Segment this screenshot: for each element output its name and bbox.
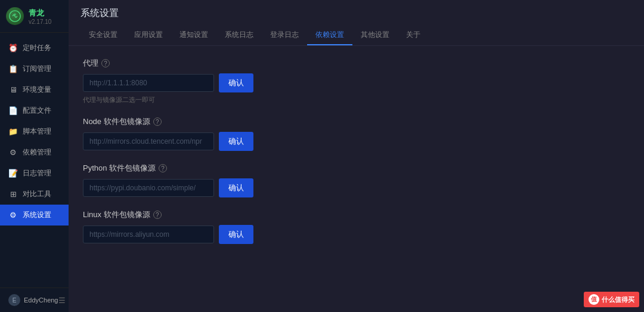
node-mirror-input[interactable]	[83, 132, 214, 150]
node-mirror-confirm-button[interactable]: 确认	[219, 132, 253, 151]
tab-syslog[interactable]: 系统日志	[216, 26, 262, 45]
python-mirror-input-row: 确认	[83, 178, 630, 197]
python-mirror-section: Python 软件包镜像源 ? 确认	[83, 163, 630, 197]
app-name: 青龙	[29, 8, 51, 18]
app-logo	[6, 7, 24, 25]
watermark-circle: 值	[589, 294, 599, 305]
sidebar-menu-icon[interactable]: ☰	[58, 296, 66, 305]
proxy-info-icon[interactable]: ?	[101, 59, 110, 67]
node-mirror-input-row: 确认	[83, 132, 630, 151]
watermark: 值 什么值得买	[584, 292, 639, 307]
sidebar-label-subscriptions: 订阅管理	[23, 64, 51, 74]
sidebar-footer: E EddyCheng ☰	[0, 288, 69, 312]
sidebar-label-logs: 日志管理	[23, 168, 51, 178]
sidebar-item-env[interactable]: 🖥 环境变量	[0, 79, 69, 100]
sidebar-label-diff: 对比工具	[23, 189, 51, 199]
linux-mirror-info-icon[interactable]: ?	[153, 211, 162, 219]
app-version: v2.17.10	[29, 18, 51, 25]
main-content: 系统设置 安全设置应用设置通知设置系统日志登录日志依赖设置其他设置关于 代理 ?…	[69, 0, 644, 312]
sidebar-icon-deps: ⚙	[8, 148, 18, 157]
page-header: 系统设置 安全设置应用设置通知设置系统日志登录日志依赖设置其他设置关于	[69, 0, 644, 46]
proxy-input-row: 确认	[83, 73, 630, 92]
sidebar-icon-logs: 📝	[8, 169, 18, 178]
tab-deps[interactable]: 依赖设置	[307, 26, 352, 45]
watermark-text: 什么值得买	[602, 295, 634, 304]
sidebar-icon-scripts: 📁	[8, 127, 18, 137]
sidebar-icon-subscriptions: 📋	[8, 64, 18, 74]
tab-notify[interactable]: 通知设置	[171, 26, 216, 45]
linux-mirror-confirm-button[interactable]: 确认	[219, 225, 253, 244]
proxy-input[interactable]	[83, 74, 214, 92]
linux-mirror-input[interactable]	[83, 225, 214, 243]
proxy-label: 代理 ?	[83, 58, 630, 69]
proxy-section: 代理 ? 确认 代理与镜像源二选一即可	[83, 58, 630, 104]
sidebar-label-env: 环境变量	[23, 85, 51, 95]
avatar: E	[8, 294, 20, 306]
sidebar-icon-settings: ⚙	[8, 211, 18, 220]
sidebar-icon-scheduled: ⏰	[8, 44, 18, 53]
svg-point-1	[14, 13, 16, 16]
python-mirror-label: Python 软件包镜像源 ?	[83, 163, 630, 174]
tab-app[interactable]: 应用设置	[126, 26, 171, 45]
sidebar-title-block: 青龙 v2.17.10	[29, 8, 51, 25]
linux-mirror-input-row: 确认	[83, 225, 630, 244]
sidebar-item-config[interactable]: 📄 配置文件	[0, 100, 69, 121]
python-mirror-input[interactable]	[83, 179, 214, 197]
sidebar-icon-diff: ⊞	[8, 190, 18, 199]
sidebar-item-logs[interactable]: 📝 日志管理	[0, 163, 69, 184]
python-mirror-info-icon[interactable]: ?	[159, 164, 167, 172]
sidebar-item-scripts[interactable]: 📁 脚本管理	[0, 121, 69, 142]
tab-about[interactable]: 关于	[398, 26, 429, 45]
sidebar-item-settings[interactable]: ⚙ 系统设置	[0, 205, 69, 225]
content-area: 代理 ? 确认 代理与镜像源二选一即可 Node 软件包镜像源 ? 确认 Pyt	[69, 46, 644, 312]
tab-security[interactable]: 安全设置	[80, 26, 126, 45]
username: EddyCheng	[24, 296, 58, 304]
sidebar-user[interactable]: E EddyCheng	[8, 294, 58, 306]
sidebar-label-config: 配置文件	[23, 106, 51, 116]
linux-mirror-section: Linux 软件包镜像源 ? 确认	[83, 209, 630, 244]
sidebar-icon-config: 📄	[8, 106, 18, 116]
tab-bar: 安全设置应用设置通知设置系统日志登录日志依赖设置其他设置关于	[80, 26, 632, 45]
sidebar-header: 青龙 v2.17.10	[0, 0, 69, 33]
sidebar-label-scheduled: 定时任务	[23, 43, 51, 53]
linux-mirror-label: Linux 软件包镜像源 ?	[83, 209, 630, 220]
python-mirror-confirm-button[interactable]: 确认	[219, 178, 253, 197]
sidebar-label-scripts: 脚本管理	[23, 126, 51, 137]
node-mirror-info-icon[interactable]: ?	[153, 118, 162, 126]
sidebar-item-deps[interactable]: ⚙ 依赖管理	[0, 142, 69, 163]
page-title: 系统设置	[80, 7, 632, 20]
sidebar-item-subscriptions[interactable]: 📋 订阅管理	[0, 58, 69, 79]
sidebar-item-diff[interactable]: ⊞ 对比工具	[0, 184, 69, 205]
sidebar-icon-env: 🖥	[8, 85, 18, 95]
sidebar-label-deps: 依赖管理	[23, 147, 51, 157]
proxy-confirm-button[interactable]: 确认	[219, 73, 253, 92]
node-mirror-section: Node 软件包镜像源 ? 确认	[83, 116, 630, 151]
proxy-sub-text: 代理与镜像源二选一即可	[83, 95, 630, 104]
sidebar-item-scheduled[interactable]: ⏰ 定时任务	[0, 38, 69, 58]
sidebar: 青龙 v2.17.10 ⏰ 定时任务 📋 订阅管理 🖥 环境变量 📄 配置文件 …	[0, 0, 69, 312]
sidebar-nav: ⏰ 定时任务 📋 订阅管理 🖥 环境变量 📄 配置文件 📁 脚本管理 ⚙ 依赖管…	[0, 33, 69, 288]
tab-loginlog[interactable]: 登录日志	[262, 26, 307, 45]
sidebar-label-settings: 系统设置	[23, 210, 51, 220]
tab-other[interactable]: 其他设置	[352, 26, 398, 45]
node-mirror-label: Node 软件包镜像源 ?	[83, 116, 630, 127]
